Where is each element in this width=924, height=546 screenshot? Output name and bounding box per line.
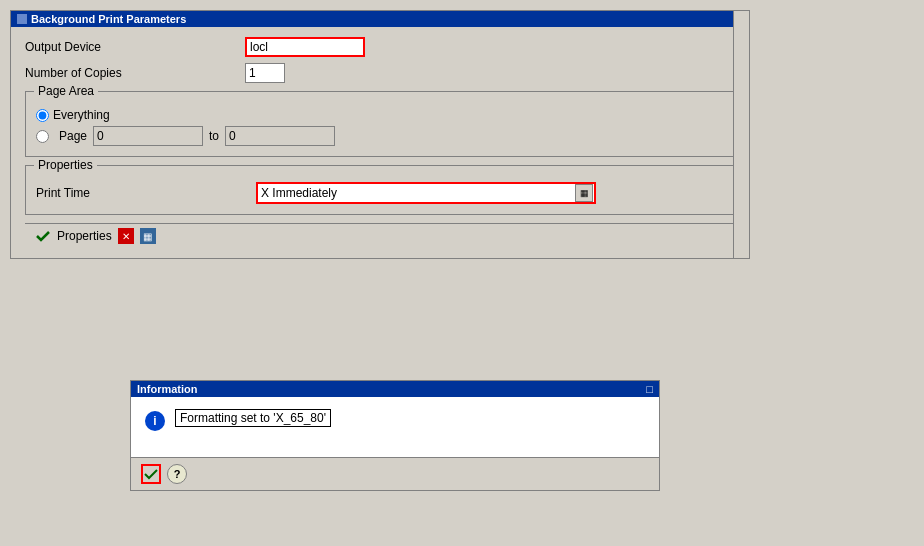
bottom-grid-icon[interactable]: ▦	[140, 228, 156, 244]
bottom-close-icon[interactable]: ✕	[118, 228, 134, 244]
bottom-check-icon[interactable]	[35, 228, 51, 244]
info-popup-help-btn[interactable]: ?	[167, 464, 187, 484]
right-scrollbar[interactable]	[733, 11, 749, 258]
page-from-input[interactable]	[93, 126, 203, 146]
bottom-properties-label: Properties	[57, 229, 112, 243]
everything-radio-row: Everything	[36, 108, 724, 122]
panel-title-bar: Background Print Parameters	[11, 11, 749, 27]
page-label: Page	[59, 129, 87, 143]
number-of-copies-input[interactable]	[245, 63, 285, 83]
info-popup-content: i Formatting set to 'X_65_80'	[131, 397, 659, 457]
information-popup: Information □ i Formatting set to 'X_65_…	[130, 380, 660, 491]
page-to-label: to	[209, 129, 219, 143]
number-of-copies-label: Number of Copies	[25, 66, 245, 80]
info-popup-confirm-btn[interactable]	[141, 464, 161, 484]
info-popup-title-text: Information	[137, 383, 198, 395]
info-popup-footer: ?	[131, 457, 659, 490]
output-device-label: Output Device	[25, 40, 245, 54]
page-area-title: Page Area	[34, 84, 98, 98]
panel-title-icon	[17, 14, 27, 24]
print-time-input-wrapper: ▦	[256, 182, 596, 204]
everything-label: Everything	[53, 108, 110, 122]
info-popup-close-icon[interactable]: □	[646, 383, 653, 395]
page-area-group: Page Area Everything Page to	[25, 91, 735, 157]
panel-title-text: Background Print Parameters	[31, 13, 186, 25]
info-message-text: Formatting set to 'X_65_80'	[175, 409, 331, 427]
everything-radio[interactable]	[36, 109, 49, 122]
print-time-label: Print Time	[36, 186, 256, 200]
number-of-copies-row: Number of Copies	[25, 63, 735, 83]
output-device-input[interactable]	[245, 37, 365, 57]
print-time-row: Print Time ▦	[36, 182, 724, 204]
panel-content: Output Device Number of Copies Page Area…	[11, 27, 749, 258]
print-time-input[interactable]	[258, 185, 575, 201]
info-message-row: i Formatting set to 'X_65_80'	[145, 409, 645, 431]
print-time-dropdown-btn[interactable]: ▦	[575, 184, 593, 202]
background-print-parameters-panel: Background Print Parameters Output Devic…	[10, 10, 750, 259]
info-popup-title-bar: Information □	[131, 381, 659, 397]
page-radio-row: Page to	[36, 126, 724, 146]
properties-group: Properties Print Time ▦	[25, 165, 735, 215]
info-circle-icon: i	[145, 411, 165, 431]
bottom-bar: Properties ✕ ▦	[25, 223, 735, 248]
properties-group-title: Properties	[34, 158, 97, 172]
page-to-input[interactable]	[225, 126, 335, 146]
page-radio[interactable]	[36, 130, 49, 143]
output-device-row: Output Device	[25, 37, 735, 57]
